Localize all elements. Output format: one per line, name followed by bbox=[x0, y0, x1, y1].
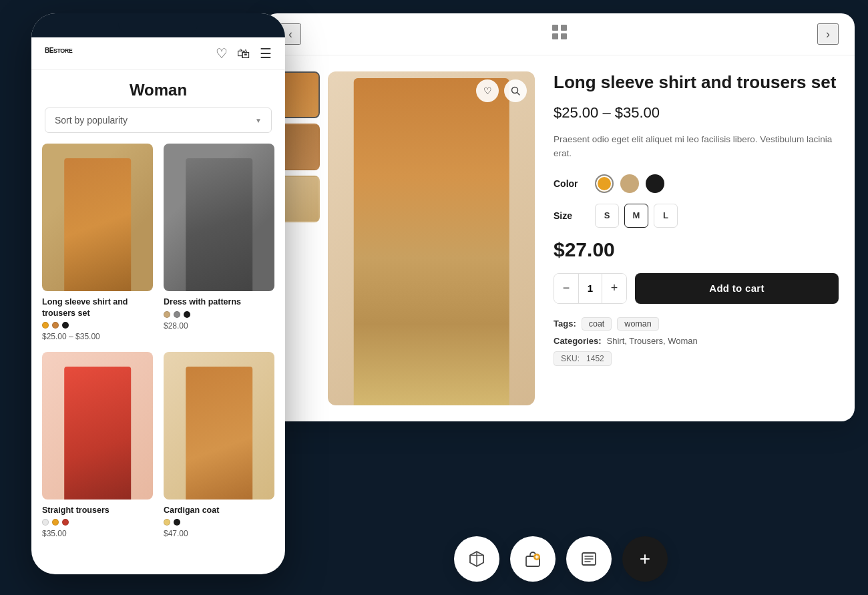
header-icons: ♡ 🛍 ☰ bbox=[216, 45, 272, 61]
product-figure-4 bbox=[186, 367, 252, 500]
color-dot bbox=[174, 519, 180, 526]
product-title-3: Straight trousers bbox=[42, 505, 153, 516]
sku-label: SKU: bbox=[561, 354, 580, 363]
phone-status-bar bbox=[31, 13, 285, 37]
products-grid: Long sleeve shirt and trousers set $25.0… bbox=[31, 144, 285, 549]
color-dot bbox=[52, 519, 59, 526]
categories-label: Categories: bbox=[554, 336, 602, 346]
cart-icon[interactable]: 🛍 bbox=[237, 46, 250, 61]
color-dot bbox=[52, 322, 59, 329]
store-logo: BESTORE bbox=[45, 46, 72, 61]
sku-row: SKU: 1452 bbox=[554, 351, 839, 366]
quantity-decrease-button[interactable]: − bbox=[554, 274, 578, 303]
bottom-toolbar: + bbox=[254, 536, 868, 582]
product-image-1 bbox=[42, 144, 153, 291]
tag-woman[interactable]: woman bbox=[617, 317, 658, 331]
tag-coat[interactable]: coat bbox=[582, 317, 612, 331]
size-buttons: S M L bbox=[595, 204, 678, 228]
color-swatch-tan[interactable] bbox=[620, 174, 639, 193]
svg-rect-3 bbox=[561, 33, 567, 39]
product-image-4 bbox=[164, 352, 274, 500]
quantity-value: 1 bbox=[578, 274, 602, 303]
product-price-1: $25.00 – $35.00 bbox=[42, 332, 153, 341]
product-title-4: Cardigan coat bbox=[164, 505, 274, 516]
menu-icon[interactable]: ☰ bbox=[260, 45, 272, 61]
product-info: Long sleeve shirt and trousers set $25.0… bbox=[535, 71, 839, 405]
add-to-cart-button[interactable]: Add to cart bbox=[635, 273, 839, 304]
product-figure-1 bbox=[64, 158, 131, 291]
size-label: Size bbox=[554, 210, 587, 221]
color-dot bbox=[184, 311, 190, 318]
main-product-image: ♡ bbox=[328, 71, 535, 405]
size-btn-m[interactable]: M bbox=[624, 204, 648, 228]
product-colors-4 bbox=[164, 519, 274, 526]
product-detail-name: Long sleeve shirt and trousers set bbox=[554, 71, 839, 93]
wishlist-image-button[interactable]: ♡ bbox=[476, 79, 499, 102]
thumbnails bbox=[280, 71, 320, 405]
color-dot bbox=[42, 519, 49, 526]
size-option-row: Size S M L bbox=[554, 204, 839, 228]
color-swatch-orange[interactable] bbox=[595, 174, 614, 193]
size-btn-s[interactable]: S bbox=[595, 204, 619, 228]
product-image-3 bbox=[42, 352, 153, 500]
tags-label: Tags: bbox=[554, 319, 576, 329]
color-option-row: Color bbox=[554, 174, 839, 193]
product-figure-2 bbox=[186, 158, 252, 291]
product-colors-1 bbox=[42, 322, 153, 329]
phone-content: Woman Sort by popularity ▼ Long sleeve s… bbox=[31, 70, 285, 549]
tags-row: Tags: coat woman bbox=[554, 317, 839, 331]
sort-label: Sort by popularity bbox=[55, 115, 128, 126]
next-button[interactable]: › bbox=[817, 23, 839, 45]
sku-badge: SKU: 1452 bbox=[554, 351, 612, 366]
svg-rect-1 bbox=[561, 25, 567, 31]
phone-notch bbox=[118, 17, 198, 33]
svg-rect-2 bbox=[552, 33, 558, 39]
section-title: Woman bbox=[31, 70, 285, 108]
color-dot bbox=[62, 322, 69, 329]
detail-nav: ‹ › bbox=[264, 13, 855, 55]
thumbnail-1[interactable] bbox=[280, 71, 320, 118]
product-title-1: Long sleeve shirt and trousers set bbox=[42, 296, 153, 319]
cube-toolbar-button[interactable] bbox=[454, 536, 499, 582]
list-toolbar-button[interactable] bbox=[566, 536, 612, 582]
product-price-2: $28.00 bbox=[164, 321, 274, 331]
logo-prefix: BE bbox=[45, 47, 53, 54]
color-dot bbox=[164, 311, 170, 318]
phone-header: BESTORE ♡ 🛍 ☰ bbox=[31, 37, 285, 70]
product-model-figure bbox=[354, 78, 509, 405]
thumbnail-3[interactable] bbox=[280, 176, 320, 222]
product-card-4[interactable]: Cardigan coat $47.00 bbox=[164, 352, 274, 539]
phone-mockup: BESTORE ♡ 🛍 ☰ Woman Sort by popularity ▼ bbox=[31, 13, 285, 574]
categories-row: Categories: Shirt, Trousers, Woman bbox=[554, 336, 839, 346]
size-btn-l[interactable]: L bbox=[654, 204, 678, 228]
categories-value: Shirt, Trousers, Woman bbox=[607, 336, 698, 346]
zoom-image-button[interactable] bbox=[504, 79, 527, 102]
product-card-1[interactable]: Long sleeve shirt and trousers set $25.0… bbox=[42, 144, 153, 341]
color-swatches bbox=[595, 174, 664, 193]
grid-view-icon[interactable] bbox=[550, 23, 569, 45]
thumbnail-2[interactable] bbox=[280, 124, 320, 170]
product-colors-2 bbox=[164, 311, 274, 318]
sort-bar[interactable]: Sort by popularity ▼ bbox=[45, 108, 272, 133]
quantity-increase-button[interactable]: + bbox=[602, 274, 626, 303]
sort-arrow-icon: ▼ bbox=[255, 117, 262, 124]
sku-value: 1452 bbox=[586, 354, 604, 363]
product-detail-panel: ‹ › bbox=[264, 13, 855, 421]
color-label: Color bbox=[554, 178, 587, 189]
bag-toolbar-button[interactable] bbox=[510, 536, 556, 582]
product-card-3[interactable]: Straight trousers $35.00 bbox=[42, 352, 153, 539]
product-title-2: Dress with patterns bbox=[164, 296, 274, 307]
image-actions: ♡ bbox=[476, 79, 527, 102]
color-swatch-black[interactable] bbox=[646, 174, 664, 193]
detail-body: ♡ Long sleeve shirt and trousers set $25… bbox=[264, 55, 855, 421]
product-price-3: $35.00 bbox=[42, 529, 153, 538]
svg-rect-0 bbox=[552, 25, 558, 31]
wishlist-icon[interactable]: ♡ bbox=[216, 45, 228, 61]
color-dot bbox=[174, 311, 180, 318]
plus-toolbar-button[interactable]: + bbox=[622, 536, 668, 582]
product-description: Praesent odio eget elit aliquet mi leo f… bbox=[554, 132, 839, 161]
product-card-2[interactable]: Dress with patterns $28.00 bbox=[164, 144, 274, 341]
svg-line-5 bbox=[517, 93, 520, 95]
color-dot bbox=[42, 322, 49, 329]
product-figure-3 bbox=[64, 367, 131, 500]
